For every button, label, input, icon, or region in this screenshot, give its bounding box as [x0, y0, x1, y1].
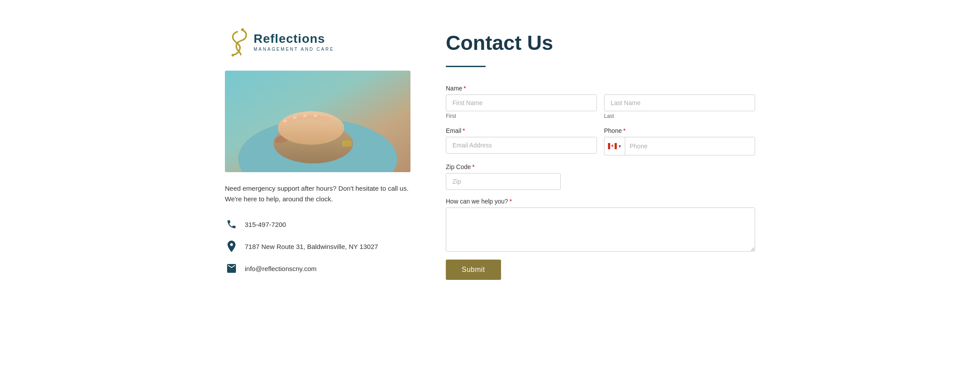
svg-rect-22	[615, 143, 617, 149]
email-input[interactable]	[446, 137, 597, 154]
email-phone-row: Email* Phone*	[446, 127, 755, 155]
logo-main-text: Reflections	[254, 32, 334, 46]
email-icon	[225, 262, 238, 275]
title-underline	[446, 66, 486, 67]
phone-text: 315-497-7200	[245, 221, 286, 228]
page-container: Reflections MANAGEMENT AND CARE	[225, 18, 755, 289]
page-title: Contact Us	[446, 31, 755, 55]
svg-rect-9	[342, 140, 352, 147]
email-address-text: info@reflectionscny.com	[245, 265, 317, 272]
first-name-input[interactable]	[446, 94, 597, 111]
logo-sub-text: MANAGEMENT AND CARE	[254, 47, 334, 52]
last-name-field: Last	[604, 94, 755, 119]
reflections-logo-icon	[225, 26, 249, 57]
canada-flag-icon	[608, 143, 617, 149]
email-item: info@reflectionscny.com	[225, 262, 410, 275]
submit-button[interactable]: Submit	[446, 260, 501, 280]
zip-field-group: Zip Code*	[446, 163, 755, 190]
contact-form: Name* First Last Email*	[446, 85, 755, 280]
svg-point-1	[232, 54, 234, 57]
phone-item: 315-497-7200	[225, 218, 410, 231]
phone-flag[interactable]: ▾	[604, 137, 625, 155]
last-name-input[interactable]	[604, 94, 755, 111]
left-column: Reflections MANAGEMENT AND CARE	[225, 26, 410, 280]
address-text: 7187 New Route 31, Baldwinsville, NY 130…	[245, 243, 378, 250]
logo-container: Reflections MANAGEMENT AND CARE	[225, 26, 410, 57]
help-field-group: How can we help you?*	[446, 198, 755, 252]
last-name-sublabel: Last	[604, 113, 755, 119]
phone-input-wrapper: ▾	[604, 137, 755, 155]
first-name-sublabel: First	[446, 113, 597, 119]
logo-text-block: Reflections MANAGEMENT AND CARE	[254, 32, 334, 52]
help-label: How can we help you?*	[446, 198, 755, 205]
contact-info: 315-497-7200 7187 New Route 31, Baldwins…	[225, 218, 410, 275]
email-field-group: Email*	[446, 127, 597, 155]
svg-point-19	[313, 114, 318, 117]
phone-input[interactable]	[625, 138, 755, 154]
first-name-field: First	[446, 94, 597, 119]
location-icon	[225, 240, 238, 253]
address-item: 7187 New Route 31, Baldwinsville, NY 130…	[225, 240, 410, 253]
svg-rect-21	[608, 143, 610, 149]
phone-field-group: Phone* ▾	[604, 127, 755, 155]
svg-point-0	[241, 28, 244, 31]
name-label: Name*	[446, 85, 755, 92]
phone-label: Phone*	[604, 127, 755, 134]
email-label: Email*	[446, 127, 597, 134]
name-row: First Last	[446, 94, 755, 119]
hero-image	[225, 71, 410, 172]
zip-label: Zip Code*	[446, 163, 755, 170]
name-field-group: Name* First Last	[446, 85, 755, 119]
help-textarea[interactable]	[446, 207, 755, 252]
phone-icon	[225, 218, 238, 231]
right-column: Contact Us Name* First Last	[446, 26, 755, 280]
hero-image-svg	[225, 71, 410, 172]
emergency-text: Need emergency support after hours? Don'…	[225, 181, 410, 207]
zip-input[interactable]	[446, 173, 561, 190]
